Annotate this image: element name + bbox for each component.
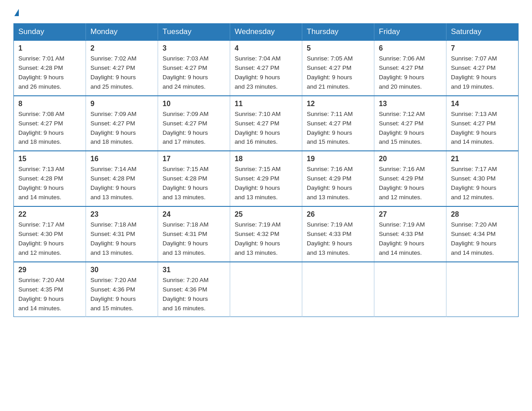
calendar-cell: 10Sunrise: 7:09 AMSunset: 4:27 PMDayligh… xyxy=(158,96,230,151)
calendar-week-row: 8Sunrise: 7:08 AMSunset: 4:27 PMDaylight… xyxy=(14,96,519,151)
day-info: Sunrise: 7:05 AMSunset: 4:27 PMDaylight:… xyxy=(307,54,369,92)
calendar-cell: 12Sunrise: 7:11 AMSunset: 4:27 PMDayligh… xyxy=(302,96,374,151)
calendar-header-row: SundayMondayTuesdayWednesdayThursdayFrid… xyxy=(14,24,519,41)
day-number: 23 xyxy=(90,210,153,218)
day-number: 25 xyxy=(235,210,297,218)
day-number: 31 xyxy=(163,266,225,274)
calendar-cell: 5Sunrise: 7:05 AMSunset: 4:27 PMDaylight… xyxy=(302,40,374,96)
day-info: Sunrise: 7:07 AMSunset: 4:27 PMDaylight:… xyxy=(451,54,514,92)
day-info: Sunrise: 7:20 AMSunset: 4:35 PMDaylight:… xyxy=(18,276,81,313)
day-number: 7 xyxy=(451,44,514,52)
day-info: Sunrise: 7:13 AMSunset: 4:27 PMDaylight:… xyxy=(451,110,514,147)
calendar-cell: 31Sunrise: 7:20 AMSunset: 4:36 PMDayligh… xyxy=(158,262,230,317)
calendar-cell: 26Sunrise: 7:19 AMSunset: 4:33 PMDayligh… xyxy=(302,206,374,262)
day-info: Sunrise: 7:19 AMSunset: 4:33 PMDaylight:… xyxy=(307,220,369,258)
calendar-cell: 6Sunrise: 7:06 AMSunset: 4:27 PMDaylight… xyxy=(374,40,446,96)
day-info: Sunrise: 7:20 AMSunset: 4:36 PMDaylight:… xyxy=(90,276,153,313)
day-number: 15 xyxy=(18,155,81,163)
day-number: 1 xyxy=(18,44,81,52)
calendar-cell: 28Sunrise: 7:20 AMSunset: 4:34 PMDayligh… xyxy=(446,206,519,262)
day-info: Sunrise: 7:16 AMSunset: 4:29 PMDaylight:… xyxy=(379,165,442,202)
calendar-cell: 14Sunrise: 7:13 AMSunset: 4:27 PMDayligh… xyxy=(446,96,519,151)
calendar-cell: 4Sunrise: 7:04 AMSunset: 4:27 PMDaylight… xyxy=(230,40,302,96)
day-number: 3 xyxy=(163,44,225,52)
day-info: Sunrise: 7:14 AMSunset: 4:28 PMDaylight:… xyxy=(90,165,153,202)
day-number: 21 xyxy=(451,155,514,163)
day-info: Sunrise: 7:20 AMSunset: 4:36 PMDaylight:… xyxy=(163,276,225,313)
calendar-cell: 16Sunrise: 7:14 AMSunset: 4:28 PMDayligh… xyxy=(86,151,158,206)
day-info: Sunrise: 7:04 AMSunset: 4:27 PMDaylight:… xyxy=(235,54,297,92)
day-info: Sunrise: 7:02 AMSunset: 4:27 PMDaylight:… xyxy=(90,54,153,92)
day-number: 14 xyxy=(451,100,514,108)
calendar-cell: 9Sunrise: 7:09 AMSunset: 4:27 PMDaylight… xyxy=(86,96,158,151)
day-number: 2 xyxy=(90,44,153,52)
day-number: 28 xyxy=(451,210,514,218)
day-number: 13 xyxy=(379,100,442,108)
calendar-week-row: 1Sunrise: 7:01 AMSunset: 4:28 PMDaylight… xyxy=(14,40,519,96)
day-info: Sunrise: 7:17 AMSunset: 4:30 PMDaylight:… xyxy=(451,165,514,202)
column-header-saturday: Saturday xyxy=(446,24,519,41)
calendar-week-row: 29Sunrise: 7:20 AMSunset: 4:35 PMDayligh… xyxy=(14,262,519,317)
calendar-cell: 29Sunrise: 7:20 AMSunset: 4:35 PMDayligh… xyxy=(14,262,86,317)
day-info: Sunrise: 7:19 AMSunset: 4:33 PMDaylight:… xyxy=(379,220,442,258)
day-number: 20 xyxy=(379,155,442,163)
calendar-cell xyxy=(302,262,374,317)
day-number: 9 xyxy=(90,100,153,108)
day-info: Sunrise: 7:19 AMSunset: 4:32 PMDaylight:… xyxy=(235,220,297,258)
day-number: 18 xyxy=(235,155,297,163)
day-info: Sunrise: 7:09 AMSunset: 4:27 PMDaylight:… xyxy=(163,110,225,147)
calendar-cell: 2Sunrise: 7:02 AMSunset: 4:27 PMDaylight… xyxy=(86,40,158,96)
column-header-wednesday: Wednesday xyxy=(230,24,302,41)
day-info: Sunrise: 7:13 AMSunset: 4:28 PMDaylight:… xyxy=(18,165,81,202)
calendar-cell: 1Sunrise: 7:01 AMSunset: 4:28 PMDaylight… xyxy=(14,40,86,96)
day-number: 29 xyxy=(18,266,81,274)
day-number: 4 xyxy=(235,44,297,52)
calendar-week-row: 22Sunrise: 7:17 AMSunset: 4:30 PMDayligh… xyxy=(14,206,519,262)
calendar-cell: 11Sunrise: 7:10 AMSunset: 4:27 PMDayligh… xyxy=(230,96,302,151)
page-header xyxy=(13,9,519,16)
day-number: 5 xyxy=(307,44,369,52)
day-info: Sunrise: 7:12 AMSunset: 4:27 PMDaylight:… xyxy=(379,110,442,147)
logo-triangle-icon xyxy=(14,9,19,16)
day-info: Sunrise: 7:15 AMSunset: 4:28 PMDaylight:… xyxy=(163,165,225,202)
calendar-table: SundayMondayTuesdayWednesdayThursdayFrid… xyxy=(13,23,519,317)
calendar-cell: 8Sunrise: 7:08 AMSunset: 4:27 PMDaylight… xyxy=(14,96,86,151)
calendar-cell: 20Sunrise: 7:16 AMSunset: 4:29 PMDayligh… xyxy=(374,151,446,206)
day-number: 16 xyxy=(90,155,153,163)
day-info: Sunrise: 7:03 AMSunset: 4:27 PMDaylight:… xyxy=(163,54,225,92)
column-header-tuesday: Tuesday xyxy=(158,24,230,41)
day-info: Sunrise: 7:20 AMSunset: 4:34 PMDaylight:… xyxy=(451,220,514,258)
day-number: 12 xyxy=(307,100,369,108)
calendar-cell: 18Sunrise: 7:15 AMSunset: 4:29 PMDayligh… xyxy=(230,151,302,206)
day-info: Sunrise: 7:10 AMSunset: 4:27 PMDaylight:… xyxy=(235,110,297,147)
calendar-cell: 13Sunrise: 7:12 AMSunset: 4:27 PMDayligh… xyxy=(374,96,446,151)
calendar-cell: 21Sunrise: 7:17 AMSunset: 4:30 PMDayligh… xyxy=(446,151,519,206)
day-number: 17 xyxy=(163,155,225,163)
day-info: Sunrise: 7:09 AMSunset: 4:27 PMDaylight:… xyxy=(90,110,153,147)
day-info: Sunrise: 7:17 AMSunset: 4:30 PMDaylight:… xyxy=(18,220,81,258)
column-header-thursday: Thursday xyxy=(302,24,374,41)
calendar-cell xyxy=(374,262,446,317)
calendar-cell: 23Sunrise: 7:18 AMSunset: 4:31 PMDayligh… xyxy=(86,206,158,262)
day-number: 27 xyxy=(379,210,442,218)
calendar-week-row: 15Sunrise: 7:13 AMSunset: 4:28 PMDayligh… xyxy=(14,151,519,206)
calendar-cell: 7Sunrise: 7:07 AMSunset: 4:27 PMDaylight… xyxy=(446,40,519,96)
calendar-cell: 15Sunrise: 7:13 AMSunset: 4:28 PMDayligh… xyxy=(14,151,86,206)
calendar-cell: 24Sunrise: 7:18 AMSunset: 4:31 PMDayligh… xyxy=(158,206,230,262)
calendar-cell: 19Sunrise: 7:16 AMSunset: 4:29 PMDayligh… xyxy=(302,151,374,206)
day-number: 30 xyxy=(90,266,153,274)
calendar-cell: 30Sunrise: 7:20 AMSunset: 4:36 PMDayligh… xyxy=(86,262,158,317)
calendar-cell: 3Sunrise: 7:03 AMSunset: 4:27 PMDaylight… xyxy=(158,40,230,96)
logo xyxy=(13,9,19,16)
calendar-cell: 22Sunrise: 7:17 AMSunset: 4:30 PMDayligh… xyxy=(14,206,86,262)
column-header-friday: Friday xyxy=(374,24,446,41)
day-info: Sunrise: 7:11 AMSunset: 4:27 PMDaylight:… xyxy=(307,110,369,147)
day-number: 26 xyxy=(307,210,369,218)
calendar-cell xyxy=(446,262,519,317)
day-number: 10 xyxy=(163,100,225,108)
day-info: Sunrise: 7:18 AMSunset: 4:31 PMDaylight:… xyxy=(163,220,225,258)
day-info: Sunrise: 7:16 AMSunset: 4:29 PMDaylight:… xyxy=(307,165,369,202)
calendar-cell: 17Sunrise: 7:15 AMSunset: 4:28 PMDayligh… xyxy=(158,151,230,206)
day-info: Sunrise: 7:06 AMSunset: 4:27 PMDaylight:… xyxy=(379,54,442,92)
calendar-cell: 25Sunrise: 7:19 AMSunset: 4:32 PMDayligh… xyxy=(230,206,302,262)
